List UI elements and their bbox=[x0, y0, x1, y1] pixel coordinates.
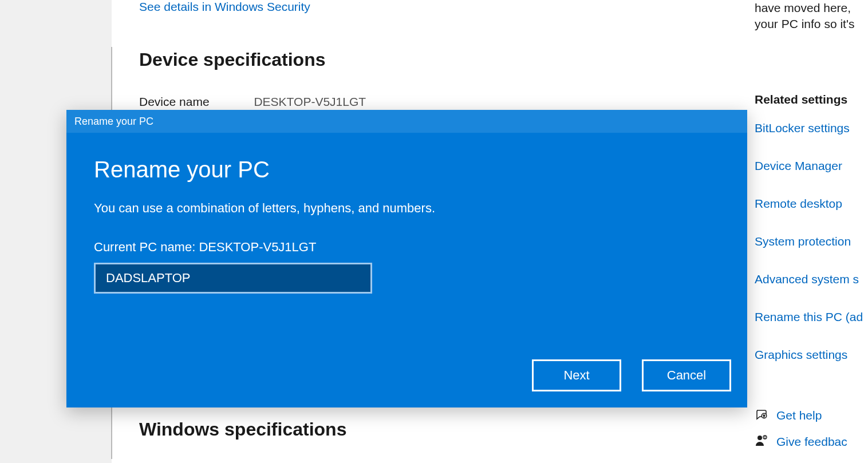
dialog-button-row: Next Cancel bbox=[532, 359, 731, 391]
dialog-titlebar-text: Rename your PC bbox=[74, 116, 153, 128]
cancel-button[interactable]: Cancel bbox=[642, 359, 731, 391]
bitlocker-settings-link[interactable]: BitLocker settings bbox=[755, 121, 868, 135]
svg-point-2 bbox=[757, 436, 762, 440]
next-button[interactable]: Next bbox=[532, 359, 621, 391]
pc-name-input[interactable] bbox=[94, 263, 372, 294]
device-name-label: Device name bbox=[139, 95, 210, 109]
related-settings-heading: Related settings bbox=[755, 93, 868, 106]
related-settings-panel: have moved here, your PC info so it's Re… bbox=[755, 0, 868, 460]
dialog-heading: Rename your PC bbox=[94, 157, 720, 183]
device-manager-link[interactable]: Device Manager bbox=[755, 159, 868, 173]
svg-text:?: ? bbox=[763, 414, 765, 418]
current-pc-name-label: Current PC name: DESKTOP-V5J1LGT bbox=[94, 240, 720, 255]
give-feedback-label: Give feedbac bbox=[776, 435, 847, 449]
rename-pc-dialog: Rename your PC Rename your PC You can us… bbox=[66, 110, 747, 407]
svg-rect-4 bbox=[764, 436, 766, 437]
get-help-link[interactable]: ? Get help bbox=[755, 407, 868, 424]
windows-specifications-heading: Windows specifications bbox=[139, 419, 346, 440]
info-hint-text: have moved here, your PC info so it's bbox=[755, 0, 868, 33]
graphics-settings-link[interactable]: Graphics settings bbox=[755, 348, 868, 362]
windows-security-link[interactable]: See details in Windows Security bbox=[139, 0, 310, 14]
device-specifications-heading: Device specifications bbox=[139, 49, 325, 70]
remote-desktop-link[interactable]: Remote desktop bbox=[755, 197, 868, 211]
device-name-row: Device name DESKTOP-V5J1LGT bbox=[139, 95, 366, 109]
advanced-system-settings-link[interactable]: Advanced system s bbox=[755, 272, 868, 286]
rename-this-pc-link[interactable]: Rename this PC (ad bbox=[755, 310, 868, 324]
dialog-description: You can use a combination of letters, hy… bbox=[94, 201, 720, 216]
device-name-value: DESKTOP-V5J1LGT bbox=[254, 95, 366, 109]
svg-rect-5 bbox=[764, 437, 766, 438]
give-feedback-link[interactable]: Give feedbac bbox=[755, 434, 868, 450]
system-protection-link[interactable]: System protection bbox=[755, 235, 868, 248]
feedback-person-icon bbox=[755, 434, 768, 450]
chat-help-icon: ? bbox=[755, 407, 768, 424]
dialog-titlebar[interactable]: Rename your PC bbox=[66, 110, 747, 133]
get-help-label: Get help bbox=[776, 409, 822, 422]
